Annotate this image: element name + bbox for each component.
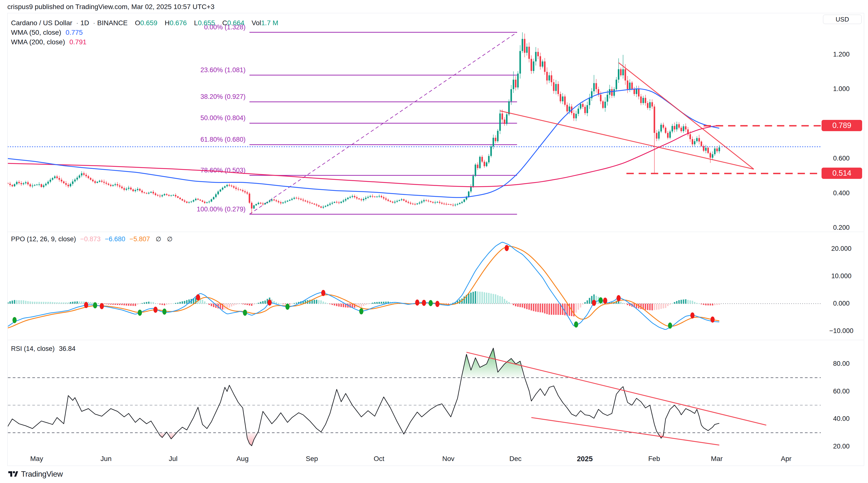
ppo-histogram-bar [378, 302, 380, 304]
ppo-histogram-bar [699, 304, 700, 304]
ppo-histogram-bar [137, 304, 138, 305]
ppo-histogram-bar [249, 304, 250, 305]
candle-body [34, 185, 35, 186]
ppo-histogram-bar [168, 304, 170, 304]
rsi-trend-line[interactable] [531, 418, 719, 445]
ppo-settings-icon[interactable]: ∅ [167, 235, 173, 243]
time-axis[interactable]: MayJunJulAugSepOctNovDec2025FebMarApr [7, 454, 864, 465]
ppo-histogram-bar [166, 304, 167, 305]
ppo-histogram-bar [584, 302, 586, 304]
ppo-histogram-bar [110, 304, 112, 305]
ppo-histogram-bar [374, 302, 376, 304]
candle-body [325, 206, 326, 207]
currency-button[interactable]: USD [823, 15, 862, 24]
candle-body [228, 185, 230, 186]
candle-body [50, 179, 51, 181]
candle-body [374, 197, 376, 197]
ppo-histogram-bar [719, 304, 720, 305]
trend-line[interactable] [619, 63, 754, 169]
candle-body [99, 181, 100, 182]
rsi-pane[interactable] [7, 348, 821, 446]
candle-body [376, 197, 378, 197]
ppo-sell-dot [196, 294, 200, 301]
ppo-histogram-bar [79, 302, 80, 304]
candle-body [369, 196, 371, 197]
ppo-tick: 0.000 [820, 300, 862, 307]
candle-body [383, 197, 384, 198]
candle-body [587, 105, 588, 113]
pane-divider-main-ppo[interactable] [7, 232, 864, 232]
ppo-histogram-bar [320, 301, 322, 304]
ppo-histogram-bar [139, 304, 141, 304]
candle-body [115, 184, 116, 185]
ppo-histogram-bar [647, 304, 648, 310]
time-label-Oct: Oct [374, 455, 384, 463]
ppo-pane[interactable] [7, 242, 821, 329]
candle-body [443, 204, 445, 204]
ppo-histogram-bar [495, 294, 496, 304]
candle-body [399, 200, 400, 201]
candle-body [631, 83, 633, 89]
candle-body [182, 199, 183, 201]
ppo-histogram-bar [18, 300, 20, 304]
ppo-histogram-bar [589, 298, 590, 304]
candle-body [233, 186, 235, 188]
candle-body [25, 182, 26, 183]
ppo-histogram-bar [365, 304, 367, 305]
trend-line[interactable] [500, 111, 754, 169]
candle-body [38, 184, 40, 185]
ppo-histogram-bar [526, 304, 528, 309]
ppo-tick: 10.000 [820, 272, 862, 280]
candle-body [76, 178, 78, 179]
candle-body [643, 98, 644, 103]
ppo-sell-dot [592, 300, 596, 306]
rsi-value: 36.84 [59, 345, 75, 352]
ppo-sell-dot [100, 303, 104, 309]
candle-body [175, 195, 176, 197]
candle-body [180, 198, 181, 199]
candle-body [569, 107, 570, 111]
main-pane[interactable]: 0.00% (1.328)23.60% (1.081)38.20% (0.927… [7, 24, 822, 214]
candle-body [110, 185, 112, 186]
ppo-histogram-bar [202, 300, 203, 304]
candle-body [674, 126, 675, 130]
candle-body [128, 188, 129, 189]
ppo-histogram-bar [654, 304, 655, 310]
candle-body [656, 133, 657, 139]
candle-body [112, 185, 114, 186]
candle-body [48, 182, 49, 184]
ppo-buy-dot [138, 310, 142, 316]
candle-body [506, 114, 507, 124]
candle-body [195, 199, 196, 200]
rsi-trend-line[interactable] [467, 352, 766, 425]
ppo-histogram-bar [334, 304, 335, 306]
candle-body [510, 89, 512, 101]
candle-body [430, 201, 431, 202]
candle-body [651, 102, 653, 107]
tradingview-wordmark: TradingView [21, 470, 63, 479]
ppo-histogram-bar [16, 300, 18, 304]
ppo-histogram-bar [157, 304, 158, 304]
exchange: BINANCE [97, 19, 128, 27]
candle-body [662, 125, 664, 128]
ppo-histogram-bar [112, 304, 114, 305]
ppo-hide-icon[interactable]: ∅ [156, 235, 161, 243]
candle-body [67, 185, 69, 186]
candle-body [678, 124, 680, 128]
ppo-sell-dot [153, 307, 157, 313]
ppo-histogram-bar [99, 304, 100, 304]
candle-body [287, 201, 288, 202]
ppo-histogram-bar [544, 304, 546, 313]
candle-body [220, 190, 221, 192]
ppo-histogram-bar [105, 304, 107, 304]
candle-body [477, 165, 478, 168]
timeframe: 1D [81, 19, 89, 27]
candle-body [97, 182, 98, 183]
candle-body [595, 83, 597, 89]
candle-body [403, 199, 405, 201]
candle-body [551, 75, 552, 82]
candle-body [515, 80, 517, 87]
ppo-buy-dot [93, 302, 97, 308]
candle-body [349, 197, 351, 198]
ppo-buy-dot [285, 304, 289, 310]
